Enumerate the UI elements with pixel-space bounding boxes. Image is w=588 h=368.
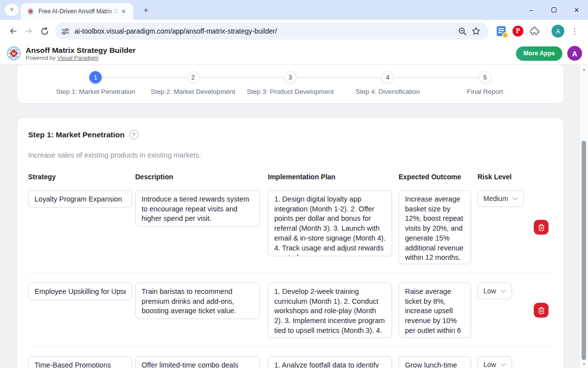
zoom-out-icon[interactable]: [455, 24, 469, 38]
forward-button[interactable]: [21, 23, 37, 39]
step-1-label: Step 1: Market Penetration: [56, 88, 135, 95]
reload-icon: [40, 27, 49, 36]
delete-row-button[interactable]: [534, 303, 549, 318]
stepper-step-1[interactable]: 1 Step 1: Market Penetration: [47, 71, 144, 95]
tab-close-icon[interactable]: ✕: [119, 7, 128, 16]
chevron-down-icon: ˅: [10, 6, 13, 13]
risk-level-value: Low: [483, 361, 496, 368]
strategy-input[interactable]: [28, 190, 132, 208]
chevron-down-icon: [501, 363, 506, 367]
outcome-textarea[interactable]: Grow lunch-time sales by 18% and increas…: [399, 356, 471, 368]
outcome-textarea[interactable]: Increase average basket size by 12%, boo…: [399, 190, 471, 264]
browser-tab[interactable]: Free AI-Driven Ansoff Matrix Str ✕: [21, 3, 133, 20]
table-row: Introduce a tiered rewards system to enc…: [28, 181, 552, 273]
column-header-risk: Risk Level: [478, 173, 532, 181]
page-title: Ansoff Matrix Strategy Builder: [26, 46, 136, 55]
step-5-label: Final Report: [467, 88, 504, 95]
page-scrollbar[interactable]: ▲ ▼: [580, 65, 588, 368]
risk-level-select[interactable]: Low: [478, 356, 512, 368]
wizard-stepper: 1 Step 1: Market Penetration 2 Step 2: M…: [47, 71, 534, 95]
scrollbar-up-icon[interactable]: ▲: [580, 66, 588, 73]
page-content: 1 Step 1: Market Penetration 2 Step 2: M…: [0, 65, 588, 368]
app-header: Ansoff Matrix Strategy Builder Powered b…: [0, 42, 588, 65]
document-icon: ↓: [497, 26, 506, 36]
description-textarea[interactable]: Introduce a tiered rewards system to enc…: [135, 190, 260, 227]
forward-arrow-icon: [25, 27, 33, 35]
browser-toolbar: ai-toolbox.visual-paradigm.com/app/ansof…: [0, 20, 588, 42]
risk-level-select[interactable]: Medium: [478, 190, 524, 207]
new-tab-button[interactable]: +: [140, 4, 152, 16]
step-2-circle: 2: [187, 71, 199, 83]
table-row: Offer limited-time combo deals during pe…: [28, 346, 552, 368]
toolbar-divider: [546, 26, 547, 36]
stepper-step-3[interactable]: 3 Step 3: Product Development: [242, 71, 339, 95]
trash-icon: [538, 307, 545, 314]
column-header-outcome: Expected Outcome: [399, 173, 478, 181]
help-icon[interactable]: ?: [129, 130, 139, 139]
scrollbar-down-icon[interactable]: ▼: [580, 360, 588, 367]
risk-level-value: Low: [483, 287, 496, 295]
risk-level-value: Medium: [483, 195, 508, 203]
stepper-step-4[interactable]: 4 Step 4: Diversification: [339, 71, 436, 95]
scrollbar-thumb[interactable]: [582, 141, 586, 360]
table-header: Strategy Description Implementation Plan…: [28, 173, 552, 181]
more-apps-button[interactable]: More Apps: [516, 46, 562, 61]
stepper-step-2[interactable]: 2 Step 2: Market Development: [144, 71, 241, 95]
minimize-button[interactable]: –: [520, 0, 543, 20]
docs-extension-icon[interactable]: ↓: [494, 24, 509, 39]
bookmark-star-icon[interactable]: [469, 24, 483, 38]
implementation-textarea[interactable]: 1. Design digital loyalty app integratio…: [268, 190, 392, 256]
step-content-card: Step 1: Market Penetration ? Increase sa…: [17, 118, 563, 368]
browser-menu-icon[interactable]: ⋮: [567, 24, 582, 39]
chevron-down-icon: [513, 197, 518, 201]
pinterest-extension-icon[interactable]: P: [511, 24, 525, 39]
maximize-icon: [551, 7, 556, 12]
profile-avatar[interactable]: A: [551, 24, 565, 39]
maximize-button[interactable]: [543, 0, 565, 20]
pinterest-icon: P: [513, 26, 523, 37]
account-avatar[interactable]: A: [567, 46, 582, 61]
section-title: Step 1: Market Penetration: [28, 130, 125, 139]
step-2-label: Step 2: Market Development: [151, 88, 235, 95]
trash-icon: [538, 224, 545, 231]
implementation-textarea[interactable]: 1. Develop 2-week training curriculum (M…: [268, 283, 392, 338]
chevron-down-icon: [501, 289, 506, 293]
table-row: Train baristas to recommend premium drin…: [28, 273, 552, 346]
reload-button[interactable]: [37, 23, 52, 39]
browser-titlebar: ˅ Free AI-Driven Ansoff Matrix Str ✕ + –…: [0, 0, 588, 20]
column-header-strategy: Strategy: [28, 173, 135, 181]
url-text[interactable]: ai-toolbox.visual-paradigm.com/app/ansof…: [74, 27, 455, 35]
step-1-circle: 1: [89, 71, 102, 83]
section-subtitle: Increase sales of existing products in e…: [28, 151, 552, 159]
outcome-textarea[interactable]: Raise average ticket by 8%, increase ups…: [399, 283, 471, 338]
close-window-button[interactable]: ✕: [565, 0, 588, 20]
risk-level-select[interactable]: Low: [478, 283, 512, 299]
description-textarea[interactable]: Train baristas to recommend premium drin…: [135, 283, 260, 319]
tab-title: Free AI-Driven Ansoff Matrix Str: [38, 8, 119, 15]
strategy-input[interactable]: [28, 356, 132, 368]
extensions-puzzle-icon[interactable]: [527, 24, 542, 39]
description-textarea[interactable]: Offer limited-time combo deals during pe…: [135, 356, 260, 368]
implementation-textarea[interactable]: 1. Analyze footfall data to identify pea…: [268, 356, 392, 368]
download-badge-icon: ↓: [502, 32, 508, 38]
step-5-circle: 5: [479, 71, 491, 83]
step-3-circle: 3: [284, 71, 296, 83]
visual-paradigm-favicon: [27, 7, 35, 15]
back-button[interactable]: [5, 23, 21, 39]
tab-search-button[interactable]: ˅: [5, 4, 19, 16]
step-4-circle: 4: [381, 71, 394, 83]
visual-paradigm-logo: [6, 45, 22, 61]
visual-paradigm-link[interactable]: Visual Paradigm: [57, 55, 99, 61]
back-arrow-icon: [9, 27, 17, 35]
stepper-card: 1 Step 1: Market Penetration 2 Step 2: M…: [17, 65, 563, 103]
window-controls: – ✕: [520, 0, 588, 20]
column-header-implementation: Implementation Plan: [268, 173, 399, 181]
site-settings-icon[interactable]: [61, 27, 70, 36]
url-bar[interactable]: ai-toolbox.visual-paradigm.com/app/ansof…: [55, 23, 489, 40]
stepper-step-5[interactable]: 5 Final Report: [437, 71, 534, 95]
delete-row-button[interactable]: [534, 220, 549, 235]
strategy-input[interactable]: [28, 283, 132, 300]
step-4-label: Step 4: Diversification: [356, 88, 420, 95]
column-header-description: Description: [135, 173, 268, 181]
step-3-label: Step 3: Product Development: [247, 88, 333, 95]
